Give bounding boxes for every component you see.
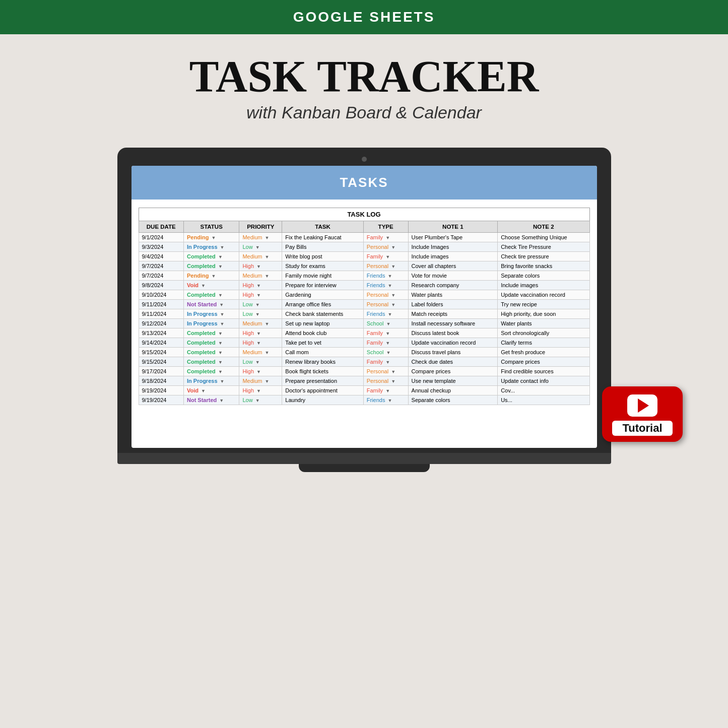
type-dropdown-arrow[interactable]: ▼ <box>391 245 395 250</box>
cell-status: Completed ▼ <box>183 357 239 367</box>
col-priority: PRIORITY <box>239 221 282 233</box>
cell-status: In Progress ▼ <box>183 376 239 386</box>
type-badge: School <box>367 349 384 355</box>
cell-type: Family ▼ <box>363 357 408 367</box>
cell-note2: Get fresh produce <box>498 348 589 357</box>
type-dropdown-arrow[interactable]: ▼ <box>387 274 392 279</box>
priority-dropdown-arrow[interactable]: ▼ <box>255 360 260 365</box>
priority-dropdown-arrow[interactable]: ▼ <box>265 235 270 240</box>
status-dropdown-arrow[interactable]: ▼ <box>220 321 225 326</box>
status-badge: Pending <box>187 234 209 240</box>
cell-note1: Include images <box>408 252 498 261</box>
priority-dropdown-arrow[interactable]: ▼ <box>256 331 261 336</box>
cell-status: Completed ▼ <box>183 290 239 300</box>
priority-dropdown-arrow[interactable]: ▼ <box>256 388 261 393</box>
status-dropdown-arrow[interactable]: ▼ <box>218 264 223 269</box>
status-badge: Void <box>187 282 198 288</box>
cell-task: Gardening <box>282 290 363 300</box>
status-dropdown-arrow[interactable]: ▼ <box>218 350 223 355</box>
type-dropdown-arrow[interactable]: ▼ <box>385 235 390 240</box>
status-dropdown-arrow[interactable]: ▼ <box>220 379 225 384</box>
status-dropdown-arrow[interactable]: ▼ <box>218 331 223 336</box>
status-dropdown-arrow[interactable]: ▼ <box>219 302 224 307</box>
youtube-label: Tutorial <box>612 421 673 436</box>
cell-due-date: 9/13/2024 <box>139 328 183 338</box>
cell-priority: Low ▼ <box>239 357 282 367</box>
cell-due-date: 9/17/2024 <box>139 367 183 376</box>
cell-status: Void ▼ <box>183 386 239 395</box>
priority-dropdown-arrow[interactable]: ▼ <box>255 245 260 250</box>
status-dropdown-arrow[interactable]: ▼ <box>220 245 225 250</box>
youtube-tutorial-button[interactable]: Tutorial <box>602 386 683 442</box>
type-dropdown-arrow[interactable]: ▼ <box>391 293 395 298</box>
type-dropdown-arrow[interactable]: ▼ <box>387 283 392 288</box>
priority-dropdown-arrow[interactable]: ▼ <box>256 369 261 374</box>
type-dropdown-arrow[interactable]: ▼ <box>385 331 390 336</box>
cell-note1: Label folders <box>408 300 498 309</box>
cell-note2: Us... <box>498 395 589 405</box>
type-dropdown-arrow[interactable]: ▼ <box>391 379 395 384</box>
cell-note1: Use new template <box>408 376 498 386</box>
cell-priority: Medium ▼ <box>239 319 282 328</box>
type-dropdown-arrow[interactable]: ▼ <box>386 350 390 355</box>
priority-dropdown-arrow[interactable]: ▼ <box>255 312 260 317</box>
type-dropdown-arrow[interactable]: ▼ <box>387 398 392 403</box>
type-dropdown-arrow[interactable]: ▼ <box>391 264 395 269</box>
priority-dropdown-arrow[interactable]: ▼ <box>265 274 270 279</box>
cell-type: Friends ▼ <box>363 309 408 319</box>
cell-due-date: 9/19/2024 <box>139 386 183 395</box>
status-badge: Completed <box>187 340 216 346</box>
type-dropdown-arrow[interactable]: ▼ <box>385 360 390 365</box>
priority-dropdown-arrow[interactable]: ▼ <box>265 254 270 259</box>
type-badge: Family <box>367 234 383 240</box>
status-dropdown-arrow[interactable]: ▼ <box>220 312 225 317</box>
priority-dropdown-arrow[interactable]: ▼ <box>265 379 270 384</box>
cell-task: Renew library books <box>282 357 363 367</box>
cell-note2: Check Tire Pressure <box>498 242 589 252</box>
cell-priority: Low ▼ <box>239 242 282 252</box>
type-badge: Friends <box>367 273 385 279</box>
status-dropdown-arrow[interactable]: ▼ <box>211 235 216 240</box>
priority-dropdown-arrow[interactable]: ▼ <box>265 321 270 326</box>
laptop-screen: TASKS TASK LOG DUE DATE STATUS PRIORITY … <box>131 166 597 448</box>
type-dropdown-arrow[interactable]: ▼ <box>385 254 390 259</box>
laptop-stand <box>299 464 430 472</box>
status-dropdown-arrow[interactable]: ▼ <box>218 254 223 259</box>
type-dropdown-arrow[interactable]: ▼ <box>385 388 390 393</box>
cell-note1: User Plumber's Tape <box>408 233 498 242</box>
status-badge: In Progress <box>187 320 218 326</box>
priority-dropdown-arrow[interactable]: ▼ <box>255 302 260 307</box>
priority-badge: High <box>242 263 254 269</box>
type-dropdown-arrow[interactable]: ▼ <box>385 341 390 346</box>
status-dropdown-arrow[interactable]: ▼ <box>218 369 223 374</box>
type-dropdown-arrow[interactable]: ▼ <box>386 321 390 326</box>
priority-dropdown-arrow[interactable]: ▼ <box>256 264 261 269</box>
status-dropdown-arrow[interactable]: ▼ <box>211 274 216 279</box>
cell-due-date: 9/8/2024 <box>139 281 183 290</box>
priority-dropdown-arrow[interactable]: ▼ <box>256 283 261 288</box>
status-dropdown-arrow[interactable]: ▼ <box>201 388 206 393</box>
priority-badge: High <box>242 282 254 288</box>
priority-badge: Low <box>242 397 252 403</box>
priority-dropdown-arrow[interactable]: ▼ <box>256 341 261 346</box>
youtube-play-icon <box>627 394 657 417</box>
cell-type: Friends ▼ <box>363 271 408 281</box>
type-dropdown-arrow[interactable]: ▼ <box>387 312 392 317</box>
cell-due-date: 9/10/2024 <box>139 290 183 300</box>
priority-dropdown-arrow[interactable]: ▼ <box>255 398 260 403</box>
status-dropdown-arrow[interactable]: ▼ <box>201 283 206 288</box>
table-row: 9/12/2024 In Progress ▼ Medium ▼ Set up … <box>139 319 589 328</box>
status-dropdown-arrow[interactable]: ▼ <box>218 293 223 298</box>
type-dropdown-arrow[interactable]: ▼ <box>391 369 395 374</box>
type-badge: Personal <box>367 244 388 250</box>
type-dropdown-arrow[interactable]: ▼ <box>391 302 395 307</box>
status-dropdown-arrow[interactable]: ▼ <box>218 360 223 365</box>
priority-dropdown-arrow[interactable]: ▼ <box>265 350 270 355</box>
hero-section: TASK TRACKER with Kanban Board & Calenda… <box>0 34 728 138</box>
priority-dropdown-arrow[interactable]: ▼ <box>256 293 261 298</box>
cell-status: Not Started ▼ <box>183 300 239 309</box>
status-dropdown-arrow[interactable]: ▼ <box>218 341 223 346</box>
cell-note1: Cover all chapters <box>408 261 498 271</box>
status-badge: Completed <box>187 263 216 269</box>
status-dropdown-arrow[interactable]: ▼ <box>219 398 224 403</box>
